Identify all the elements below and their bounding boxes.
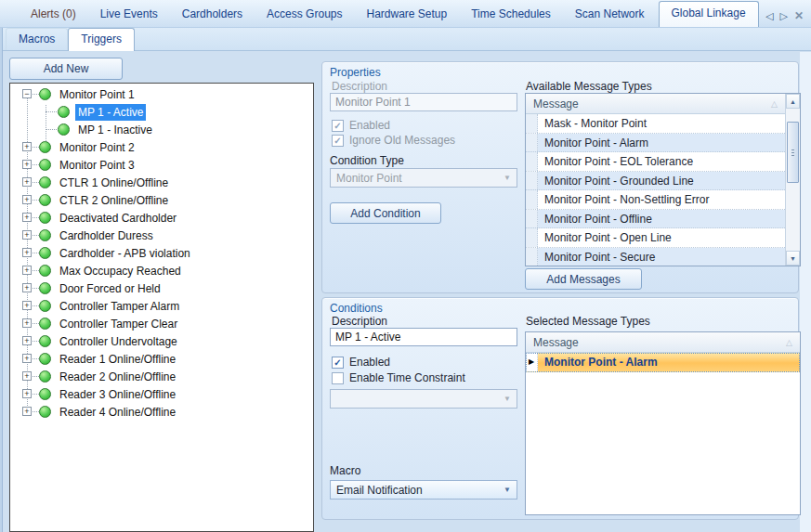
trigger-status-icon [39,176,51,188]
expand-plus-icon[interactable]: + [22,142,32,151]
condition-enabled-checkbox[interactable]: ✓ [332,357,344,369]
message-row[interactable]: Mask - Monitor Point [526,114,785,134]
ignore-old-messages-label: Ignore Old Messages [349,134,455,147]
tab-macros[interactable]: Macros [6,28,68,50]
tree-item[interactable]: + Max Occupacy Reached [10,262,313,279]
tree-item-label: MP 1 - Inactive [75,122,155,138]
tab-global-linkage[interactable]: Global Linkage [659,1,759,27]
message-row[interactable]: Monitor Point - Grounded Line [526,172,785,191]
tree-item-label: Cardholder Duress [57,227,156,244]
tab-time-schedules[interactable]: Time Schedules [459,2,563,27]
tree-item[interactable]: + Cardholder - APB violation [10,244,313,262]
trigger-status-icon [39,247,51,259]
trigger-status-icon [39,229,51,241]
scrollbar-thumb[interactable] [787,122,799,183]
tree-item-label: Monitor Point 2 [57,139,137,156]
message-row[interactable]: Monitor Point - Alarm [526,134,785,153]
condition-description-field[interactable] [330,328,517,346]
tree-item-label: CTLR 2 Online/Offline [57,192,171,209]
message-row[interactable]: Monitor Point - EOL Tolerance [526,152,785,172]
tab-scan-network[interactable]: Scan Network [563,2,657,27]
expand-plus-icon[interactable]: + [22,389,32,398]
tree-item[interactable]: + Reader 4 Online/Offline [10,403,313,421]
message-label: Monitor Point - Open Line [538,228,678,247]
message-row[interactable]: Monitor Point - Secure [526,248,785,267]
selected-message-row[interactable]: ▶ Monitor Point - Alarm [526,353,800,372]
tab-triggers[interactable]: Triggers [68,28,135,51]
add-condition-button[interactable]: Add Condition [330,202,441,224]
tree-item[interactable]: MP 1 - Inactive [10,121,313,138]
tree-item-label: Controller Undervoltage [57,333,180,350]
tab-alerts[interactable]: Alerts (0) [19,2,88,27]
tree-item[interactable]: + Monitor Point 2 [10,138,313,156]
tree-item-label: Reader 1 Online/Offline [57,351,178,368]
tab-live-events[interactable]: Live Events [88,2,170,27]
tree-item[interactable]: + Cardholder Duress [10,227,313,244]
scroll-up-icon[interactable]: ▲ [786,94,800,109]
tab-access-groups[interactable]: Access Groups [255,2,354,27]
expand-plus-icon[interactable]: + [22,318,32,328]
tree-item[interactable]: − Monitor Point 1 [10,85,313,103]
tree-item[interactable]: + CTLR 2 Online/Offline [10,191,313,209]
close-tab-icon[interactable]: ✕ [794,10,804,21]
expand-plus-icon[interactable]: + [22,301,32,310]
expand-plus-icon[interactable]: + [22,354,32,363]
expand-plus-icon[interactable]: + [22,266,32,275]
expand-plus-icon[interactable]: + [22,177,32,187]
expand-plus-icon[interactable]: + [22,336,32,345]
time-constraint-checkbox[interactable] [332,372,344,384]
expand-plus-icon[interactable]: + [22,283,32,292]
tree-item[interactable]: + Reader 2 Online/Offline [10,368,313,385]
ignore-old-messages-checkbox[interactable]: ✓ [332,135,344,147]
tree-item[interactable]: + Controller Tamper Alarm [10,297,313,315]
selected-message-types-label: Selected Message Types [526,315,650,328]
macro-dropdown[interactable]: Email Notification ▼ [330,480,517,500]
message-row[interactable]: Monitor Point - Open Line [526,228,785,248]
scroll-tabs-right-icon[interactable]: ▷ [779,11,787,21]
scroll-down-icon[interactable]: ▼ [786,251,800,266]
message-row[interactable]: Monitor Point - Non-Settling Error [526,190,785,210]
trigger-status-icon [39,370,51,383]
message-label: Monitor Point - Grounded Line [538,172,700,190]
condition-type-dropdown[interactable]: Monitor Point ▼ [330,168,517,188]
message-column-header[interactable]: Message △ [526,94,785,114]
trigger-tree[interactable]: − Monitor Point 1 MP 1 - Active MP 1 - I… [9,83,314,532]
expand-plus-icon[interactable]: + [22,371,32,381]
expand-plus-icon[interactable]: + [22,213,32,222]
enabled-checkbox[interactable]: ✓ [332,120,344,132]
tree-item[interactable]: + Reader 3 Online/Offline [10,385,313,403]
tree-item[interactable]: + Reader 1 Online/Offline [10,350,313,368]
tree-item[interactable]: + CTLR 1 Online/Offline [10,174,313,191]
vertical-scrollbar[interactable]: ▲ ▼ [785,94,800,266]
tab-hardware-setup[interactable]: Hardware Setup [354,2,459,27]
expand-plus-icon[interactable]: + [22,248,32,257]
message-label: Monitor Point - Non-Settling Error [538,190,715,209]
description-field[interactable] [330,93,517,111]
tree-item[interactable]: + Controller Tamper Clear [10,315,313,332]
expand-plus-icon[interactable]: + [22,407,32,416]
time-schedule-dropdown[interactable]: ▼ [330,389,517,409]
expand-plus-icon[interactable]: + [22,230,32,240]
window-edge [0,28,3,532]
tree-item[interactable]: + Door Forced or Held [10,279,313,297]
tab-cardholders[interactable]: Cardholders [170,2,255,27]
tree-item-label: Reader 2 Online/Offline [57,369,178,385]
collapse-minus-icon[interactable]: − [22,89,32,98]
tree-item[interactable]: + Controller Undervoltage [10,332,313,350]
row-selector [526,210,538,228]
sub-tab-bar: Macros Triggers [0,28,811,51]
message-row[interactable]: Monitor Point - Offline [526,210,785,229]
tree-item-selected[interactable]: MP 1 - Active [10,103,313,121]
tree-item-label: Controller Tamper Alarm [57,298,182,315]
tree-item-label: Reader 3 Online/Offline [57,386,178,403]
expand-plus-icon[interactable]: + [22,160,32,169]
message-column-header[interactable]: Message △ [526,332,800,353]
expand-plus-icon[interactable]: + [22,195,32,204]
trigger-status-icon [39,353,51,365]
add-new-button[interactable]: Add New [9,58,123,80]
add-messages-button[interactable]: Add Messages [525,268,642,290]
trigger-status-icon [39,141,51,153]
scroll-tabs-left-icon[interactable]: ◁ [765,11,773,21]
tree-item[interactable]: + Deactivated Cardholder [10,209,313,227]
tree-item[interactable]: + Monitor Point 3 [10,156,313,174]
